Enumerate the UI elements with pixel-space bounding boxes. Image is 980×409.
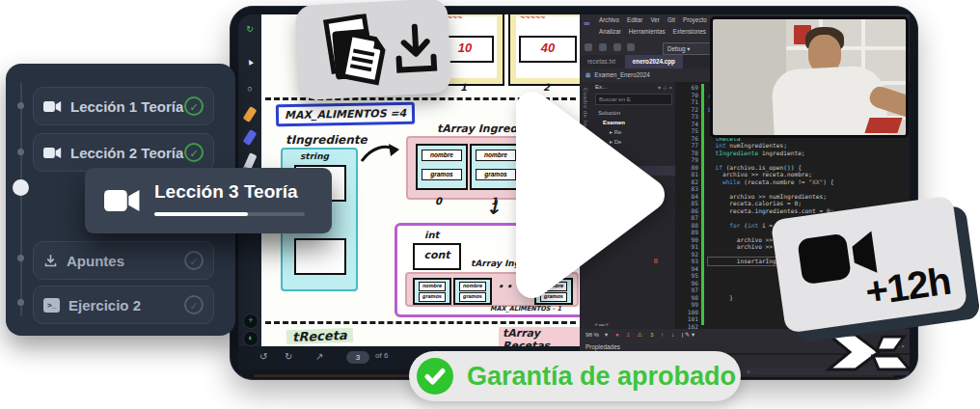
sidebar-item-leccion3-popup[interactable]: Lección 3 Teoría: [85, 168, 332, 233]
cell-index: 1: [460, 82, 467, 93]
timeline-dot-current: [13, 179, 29, 196]
chevron-down-icon[interactable]: ▾: [605, 331, 608, 338]
view-mode-button[interactable]: ◐: [243, 331, 259, 346]
toolbar-icon[interactable]: [585, 43, 592, 51]
filter-icon[interactable]: | ✎ ▾: [682, 331, 694, 338]
warning-count[interactable]: ⚠ 3: [638, 331, 654, 338]
tree-item[interactable]: ▸ De: [592, 137, 675, 147]
check-circle-icon: ✓: [184, 96, 204, 116]
downloads-card: [295, 0, 452, 100]
red-book: [864, 118, 902, 133]
bottom-label: tArray Recetas: [499, 327, 580, 346]
toolbar-icon[interactable]: [627, 43, 635, 51]
hours-badge-card: +12h: [771, 195, 968, 333]
toolbar-icon[interactable]: [599, 43, 607, 51]
sidebar-item-leccion2[interactable]: Lección 2 Teoría ✓: [33, 133, 214, 172]
lesson-label: Apuntes: [67, 253, 184, 269]
explorer-search-input[interactable]: Buscar en E: [595, 94, 672, 105]
tree-item[interactable]: Ar: [592, 176, 675, 185]
faint-note: MAX_AL: [545, 148, 580, 156]
debug-config-dropdown[interactable]: Debug ▾: [663, 42, 713, 55]
arrow-right-icon: [360, 140, 402, 167]
project-name: Examen_Enero2024: [594, 71, 649, 78]
tree-item[interactable]: ▸ Re: [592, 127, 675, 137]
timeline-dot: [17, 255, 24, 261]
redo-icon[interactable]: ↻: [285, 351, 292, 362]
guarantee-label: Garantía de aprobado: [467, 362, 736, 392]
download-icon: [43, 254, 58, 268]
menu-item[interactable]: Extensiones: [673, 28, 706, 35]
timeline: [20, 83, 22, 316]
terminal-icon: >_: [43, 298, 60, 313]
resize-icon[interactable]: ↗: [315, 351, 323, 362]
ellipsis: • • •: [528, 157, 556, 170]
video-camera-icon: [43, 100, 62, 113]
field-type: string: [300, 151, 329, 161]
sync-icon[interactable]: ↻: [238, 24, 261, 34]
menu-item[interactable]: Herramientas: [629, 28, 666, 35]
bottom-label: tReceta: [286, 328, 353, 344]
tree-item[interactable]: ▸ ++: [592, 166, 675, 176]
field-box: [294, 238, 346, 275]
solution-tree: SoluciónExamen▸ Re▸ DeAr▾ Ar▸ ++Arre: [592, 108, 675, 195]
check-circle-icon: ✓: [184, 143, 204, 162]
tree-item[interactable]: re: [592, 185, 675, 195]
promo-screenshot: ↻ ▲ ○ ▤ + ◐ ~~~~~ 10 ~~~~~ 40 1 2 MAX_A: [0, 0, 980, 409]
toolbox-vertical-label: Cuadro de herramientas: [583, 88, 588, 159]
tab-enero2024[interactable]: enero2024.cpp: [625, 55, 683, 68]
video-camera-icon: [43, 147, 62, 159]
undo-icon[interactable]: ↺: [259, 351, 267, 362]
progress-bar: [154, 212, 305, 216]
horizontal-scrollbar[interactable]: ◂ ▬ ▸: [594, 320, 609, 327]
lesson-label: Lección 2 Teoría: [70, 145, 184, 161]
cpp-file-icon: ⊞: [585, 71, 590, 78]
solution-explorer: Ex...▾ ⊹ × Buscar en E SoluciónExamen▸ R…: [592, 82, 676, 329]
nav-down-icon[interactable]: ↓: [671, 331, 674, 338]
red-scribble: ~~~~~: [520, 14, 576, 20]
tree-item[interactable]: Examen: [592, 118, 675, 127]
divider-dashed: [265, 321, 576, 324]
cell-value: 40: [519, 36, 577, 63]
panel-controls[interactable]: ▾ ⊹ ×: [658, 84, 672, 91]
nav-up-icon[interactable]: ↑: [661, 331, 664, 338]
lesson-label: Ejercicio 2: [68, 297, 184, 314]
bell-icon[interactable]: ○: [747, 368, 749, 374]
struct-title: tIngrediente: [286, 133, 368, 147]
error-count[interactable]: ● 1: [615, 331, 630, 338]
page-number[interactable]: 3: [346, 351, 369, 364]
timeline-dot: [17, 102, 24, 109]
lesson-label: Lección 3 Teoría: [154, 181, 298, 203]
tree-item[interactable]: Solución: [592, 108, 675, 118]
menu-item[interactable]: Proyecto: [683, 16, 707, 23]
cell-index: 2: [543, 82, 550, 93]
cursor-tool-icon[interactable]: ▲: [237, 52, 262, 72]
brand-x-logo: [823, 331, 910, 373]
menu-item[interactable]: Ver: [650, 16, 659, 23]
drawn-array-cell: ~~~~~ 40: [508, 14, 580, 86]
video-camera-icon: [104, 188, 141, 213]
toolbar-icon[interactable]: [613, 43, 621, 51]
array-title: tArray Ingredientes: [437, 123, 555, 135]
line-numbers: 6970717273747576777879808182838485868788…: [675, 84, 698, 330]
menu-item[interactable]: Editar: [627, 16, 642, 23]
sidebar-item-ejercicio2[interactable]: >_ Ejercicio 2 ✓: [33, 286, 214, 324]
zoom-level[interactable]: 98 %: [585, 331, 599, 338]
timeline-dot: [17, 149, 24, 155]
git-change-bar: [701, 84, 704, 325]
sidebar-item-leccion1[interactable]: Lección 1 Teoría ✓: [33, 87, 214, 125]
tab-recetas[interactable]: recetas.txt: [580, 55, 623, 68]
check-circle-icon: ✓: [184, 251, 204, 270]
sidebar-item-apuntes[interactable]: Apuntes ✓: [33, 241, 214, 280]
pen-tool-icon[interactable]: [243, 129, 258, 146]
tree-item[interactable]: ▾ Ar: [592, 156, 675, 166]
page-total: of 6: [375, 351, 388, 360]
zoom-in-button[interactable]: +: [243, 314, 259, 329]
tree-item[interactable]: Ar: [592, 147, 675, 156]
lasso-tool-icon[interactable]: ○: [238, 84, 261, 94]
menu-item[interactable]: Git: [667, 16, 675, 23]
menu-item[interactable]: Analizar: [599, 28, 621, 35]
arrow-down-icon: ↓: [485, 196, 502, 219]
toolbox-strip[interactable]: Cuadro de herramientas: [580, 82, 593, 329]
highlighter-tool-icon[interactable]: [243, 106, 258, 123]
menu-item[interactable]: Archivo: [599, 16, 619, 23]
